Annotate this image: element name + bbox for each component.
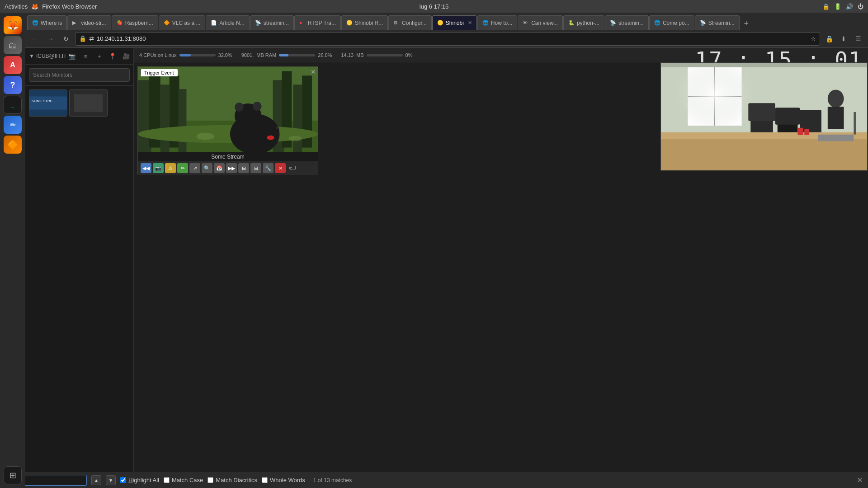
wrench-icon[interactable]: 🔧 [263,163,274,173]
tab-raspberry[interactable]: 🍓 Raspberri... [112,15,158,30]
menu-lines-icon[interactable]: ≡ [80,51,91,61]
help-icon[interactable]: ? [4,76,22,94]
svg-rect-36 [800,110,821,136]
text-editor-icon[interactable]: ✏ [4,116,22,134]
trigger-event-button[interactable]: Trigger Event [141,69,178,76]
tab-comepo[interactable]: 🌐 Come po... [649,15,694,30]
match-diacritics-label: Match Diacritics [216,477,257,483]
terminal-icon[interactable]: _ [4,96,22,114]
nav-right-icons: 🔒 ⬇ ☰ [823,33,864,45]
tab-close-icon[interactable]: ✕ [468,20,472,26]
monitor-thumbnail-2[interactable] [69,89,108,117]
firefox-icon[interactable]: 🦊 [4,16,22,34]
main-video-container: Trigger Event 1 ✕ Some Stream ◀◀ [137,66,318,174]
highlight-all-checkbox[interactable] [120,477,126,483]
monitor-thumb-preview-1: SOME STRE... [29,90,67,116]
grid-icon[interactable]: ⊞ [4,466,22,484]
match-diacritics-group: Match Diacritics [208,477,257,483]
download-icon[interactable]: ⬇ [837,33,850,45]
alert-button[interactable]: ⚠ [165,163,176,173]
tab-streaming2[interactable]: 📡 streamin... [605,15,649,30]
video-controls: ◀◀ 📷 ⚠ ✏ ↗ 🔍 📅 ▶▶ ⊞ ⊟ 🔧 ✕ 🏷 [138,161,318,175]
tab-streaming1[interactable]: 📡 streamin... [250,15,294,30]
svg-point-37 [828,90,844,108]
monitor-thumbnail-1[interactable]: SOME STRE... [29,89,67,117]
svg-rect-33 [748,103,775,121]
menu-button[interactable]: ☰ [852,33,864,45]
os-dock: 🦊 🗂 A ? _ ✏ 🔶 ⊞ [0,13,25,488]
chevron-down-icon[interactable]: ▼ [29,53,34,59]
extensions-icon[interactable]: 🔒 [823,33,835,45]
back-button[interactable]: ← [29,33,42,45]
tab-label: video-str... [81,20,106,26]
match-case-checkbox[interactable] [164,477,170,483]
sidebar-tools: 📷 ≡ + 📍 🎥 [66,51,132,61]
ram-stat: 9001. MB RAM 26.0% [241,52,332,58]
forward-button[interactable]: → [44,33,57,45]
app-store-icon[interactable]: A [4,56,22,74]
find-next-button[interactable]: ▼ [106,475,116,485]
activities-label[interactable]: Activities [5,3,28,10]
svg-point-23 [267,136,274,140]
trigger-btn-label: Trigger Event [144,70,174,75]
tab-label: VLC as a ... [172,20,201,26]
sidebar-title-text: ICUB@IIT.IT [36,53,67,59]
video-close-icon[interactable]: ✕ [311,68,316,75]
tab-shinobi-active[interactable]: 🟡 Shinobi ✕ [432,15,477,30]
zoom-button[interactable]: 🔍 [202,163,212,173]
snapshot-button[interactable]: 📷 [153,163,164,173]
tab-configure[interactable]: ⚙ Configur... [388,15,432,30]
url-text: 10.240.11.31:8080 [97,35,808,42]
new-tab-button[interactable]: + [740,17,753,30]
rewind-button[interactable]: ◀◀ [141,163,151,173]
os-topbar-right: 🔒 🔋 🔊 ⏻ [822,3,863,10]
whole-words-checkbox[interactable] [262,477,268,483]
add-monitor-icon[interactable]: + [94,51,104,61]
tab-label: streamin... [618,20,644,26]
tab-shinobi-r[interactable]: 🟡 Shinobi R... [341,15,388,30]
tab-python[interactable]: 🐍 python-... [563,15,604,30]
power-icon: ⏻ [858,3,863,10]
find-close-button[interactable]: ✕ [857,476,863,484]
browser-title-label: Firefox Web Browser [42,3,97,10]
camera-icon[interactable]: 📷 [66,51,77,61]
schedule-button[interactable]: 📅 [214,163,225,173]
bookmark-icon[interactable]: ☆ [811,35,816,42]
disk-stat: 14.13 MB 0% [341,52,412,58]
url-bar[interactable]: 🔒 ⇄ 10.240.11.31:8080 ☆ [75,32,820,46]
svg-rect-35 [775,108,800,125]
os-topbar: Activities 🦊 Firefox Web Browser lug 6 1… [0,0,868,13]
files-icon[interactable]: 🗂 [4,36,22,54]
match-diacritics-checkbox[interactable] [208,477,213,483]
office-scene-svg [660,63,868,170]
tab-streaming3[interactable]: 📡 Streamin... [695,15,740,30]
tab-where-is[interactable]: 🌐 Where is [27,15,67,30]
browser-content: ▼ ICUB@IIT.IT 📷 ≡ + 📍 🎥 [25,48,868,488]
open-button[interactable]: ↗ [189,163,200,173]
nav-bar: ← → ↻ 🔒 ⇄ 10.240.11.31:8080 ☆ 🔒 ⬇ ☰ [25,30,868,48]
forward-button-vc[interactable]: ▶▶ [226,163,237,173]
tab-vlc[interactable]: 🔶 VLC as a ... [159,15,206,30]
tab-label: Raspberri... [125,20,153,26]
refresh-button[interactable]: ↻ [60,33,72,45]
svg-point-20 [253,102,262,111]
find-prev-button[interactable]: ▲ [91,475,101,485]
close-stream-button[interactable]: ✕ [275,163,286,173]
edit-button[interactable]: ✏ [177,163,188,173]
tag-button[interactable]: 🏷 [287,163,298,173]
video-icon[interactable]: 🎥 [121,51,132,61]
pin-icon[interactable]: 📍 [107,51,118,61]
tab-howto[interactable]: 🌐 How to... [477,15,517,30]
tab-bar: 🌐 Where is ▶ video-str... 🍓 Raspberri...… [25,13,868,30]
tab-canview[interactable]: 👁 Can view... [518,15,563,30]
svg-point-22 [276,127,278,129]
os-topbar-left: Activities 🦊 Firefox Web Browser [5,3,97,10]
vlc-icon[interactable]: 🔶 [4,136,22,154]
tab-rtsp[interactable]: ● RTSP Tra... [294,15,341,30]
tab-video-str[interactable]: ▶ video-str... [67,15,111,30]
search-monitors-input[interactable] [29,68,130,82]
grid-button[interactable]: ⊞ [238,163,249,173]
layout-button[interactable]: ⊟ [250,163,261,173]
tab-article[interactable]: 📄 Article N... [206,15,249,30]
os-datetime: lug 6 17:15 [420,3,448,10]
